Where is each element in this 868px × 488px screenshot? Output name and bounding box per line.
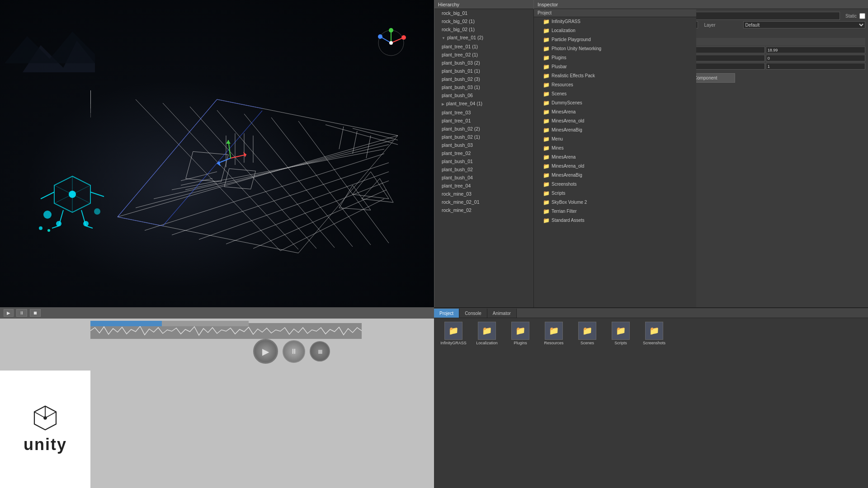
hierarchy-item[interactable]: rock_big_02 (1) bbox=[434, 17, 533, 25]
svg-point-71 bbox=[94, 208, 100, 215]
hierarchy-item[interactable]: plant_tree_01 (2) bbox=[434, 33, 533, 42]
file-icon: 📁 bbox=[444, 322, 462, 340]
folder-label: Scripts bbox=[552, 190, 566, 197]
hierarchy-item[interactable]: plant_bush_03 (1) bbox=[434, 83, 533, 91]
folder-icon: 📁 bbox=[543, 27, 550, 34]
hierarchy-item[interactable]: plant_bush_02 (3) bbox=[434, 75, 533, 83]
project-folder-item[interactable]: 📁Scenes bbox=[534, 89, 696, 99]
project-file-item[interactable]: 📁 Scripts bbox=[605, 322, 637, 345]
svg-line-41 bbox=[118, 217, 163, 226]
folder-icon: 📁 bbox=[543, 36, 550, 43]
timeline-bar[interactable] bbox=[90, 321, 249, 326]
project-folder-item[interactable]: 📁Terrian Filter bbox=[534, 207, 696, 216]
toolbar-stop-btn[interactable]: ⏹ bbox=[30, 309, 41, 317]
folder-icon: 📁 bbox=[543, 63, 550, 70]
folder-label: Mines bbox=[552, 145, 564, 152]
hierarchy-item[interactable]: rock_big_01 bbox=[434, 9, 533, 17]
play-button[interactable]: ▶ bbox=[253, 339, 278, 364]
scale-z-field[interactable] bbox=[766, 63, 865, 70]
svg-point-68 bbox=[56, 221, 61, 226]
svg-marker-38 bbox=[339, 185, 371, 210]
scene-viewport[interactable] bbox=[0, 0, 434, 307]
pause-button[interactable]: ⏸ bbox=[283, 340, 305, 363]
svg-line-14 bbox=[280, 199, 384, 251]
svg-marker-48 bbox=[226, 140, 231, 144]
project-folder-item[interactable]: 📁Photon Unity Networking bbox=[534, 44, 696, 53]
rotation-z-field[interactable] bbox=[766, 55, 865, 61]
stop-button[interactable]: ⏹ bbox=[310, 341, 330, 361]
project-file-item[interactable]: 📁 InfinityGRASS bbox=[438, 322, 469, 345]
hierarchy-item[interactable]: plant_tree_01 (1) bbox=[434, 42, 533, 51]
svg-line-39 bbox=[118, 99, 217, 217]
project-folder-item[interactable]: 📁Localization bbox=[534, 26, 696, 35]
project-folder-item[interactable]: 📁Screenshots bbox=[534, 180, 696, 189]
hierarchy-item[interactable]: plant_tree_01 bbox=[434, 117, 533, 125]
scene-gizmo[interactable] bbox=[373, 25, 409, 61]
unity-logo-text: unity bbox=[24, 435, 67, 454]
project-folders-list[interactable]: 📁InfinityGRASS📁Localization📁Particle Pla… bbox=[534, 17, 696, 306]
hierarchy-item[interactable]: plant_bush_03 (2) bbox=[434, 59, 533, 67]
project-folder-item[interactable]: 📁Resources bbox=[534, 80, 696, 89]
hierarchy-item[interactable]: plant_tree_02 bbox=[434, 149, 533, 157]
hierarchy-item[interactable]: rock_mine_02_01 bbox=[434, 198, 533, 206]
svg-point-73 bbox=[47, 229, 50, 232]
svg-line-78 bbox=[34, 412, 45, 418]
project-folder-item[interactable]: 📁MinesArena_old bbox=[534, 117, 696, 126]
svg-line-79 bbox=[45, 412, 56, 418]
project-folder-item[interactable]: 📁Standard Assets bbox=[534, 216, 696, 225]
project-folder-item[interactable]: 📁MinesArena_old bbox=[534, 162, 696, 171]
project-folder-item[interactable]: 📁Realistic Effects Pack bbox=[534, 71, 696, 80]
hierarchy-item[interactable]: plant_bush_03 bbox=[434, 141, 533, 149]
inspector-layer-select[interactable]: Default bbox=[743, 21, 866, 28]
project-file-item[interactable]: 📁 Plugins bbox=[505, 322, 536, 345]
hierarchy-item[interactable]: plant_bush_02 (2) bbox=[434, 125, 533, 133]
project-folder-item[interactable]: 📁Menu bbox=[534, 135, 696, 144]
tab-project[interactable]: Project bbox=[434, 309, 459, 318]
hierarchy-item[interactable]: rock_big_02 (1) bbox=[434, 25, 533, 33]
hierarchy-item[interactable]: plant_tree_04 bbox=[434, 182, 533, 190]
position-z-field[interactable] bbox=[766, 47, 865, 53]
project-file-item[interactable]: 📁 Screenshots bbox=[638, 322, 670, 345]
bottom-right-panel: Project Console Animator 📁 InfinityGRASS… bbox=[434, 307, 868, 488]
hierarchy-item[interactable]: plant_bush_06 bbox=[434, 91, 533, 99]
project-folder-item[interactable]: 📁MinesArena bbox=[534, 153, 696, 162]
project-file-item[interactable]: 📁 Scenes bbox=[571, 322, 603, 345]
tab-animator[interactable]: Animator bbox=[487, 309, 517, 318]
file-icon: 📁 bbox=[478, 322, 496, 340]
project-file-item[interactable]: 📁 Localization bbox=[471, 322, 503, 345]
svg-line-21 bbox=[298, 121, 389, 243]
project-folder-item[interactable]: 📁DummyScenes bbox=[534, 99, 696, 108]
project-folder-item[interactable]: 📁MinesArenaBig bbox=[534, 171, 696, 180]
project-file-item[interactable]: 📁 Resources bbox=[538, 322, 570, 345]
project-folder-item[interactable]: 📁MinesArena bbox=[534, 108, 696, 117]
folder-label: Realistic Effects Pack bbox=[552, 72, 595, 80]
folder-label: Standard Assets bbox=[552, 217, 585, 224]
file-name: Screenshots bbox=[643, 341, 665, 345]
hierarchy-item[interactable]: rock_mine_02 bbox=[434, 206, 533, 214]
hierarchy-item[interactable]: plant_bush_02 bbox=[434, 165, 533, 174]
project-folder-item[interactable]: 📁Plugins bbox=[534, 53, 696, 62]
svg-marker-44 bbox=[243, 152, 246, 157]
hierarchy-item[interactable]: plant_bush_04 bbox=[434, 174, 533, 182]
hierarchy-item[interactable]: rock_mine_03 bbox=[434, 190, 533, 198]
tab-console[interactable]: Console bbox=[459, 309, 487, 318]
project-folder-item[interactable]: 📁Particle Playground bbox=[534, 35, 696, 44]
toolbar-play-btn[interactable]: ▶ bbox=[4, 309, 14, 317]
hierarchy-item[interactable]: plant_bush_01 (1) bbox=[434, 67, 533, 75]
hierarchy-list[interactable]: rock_big_01rock_big_02 (1)rock_big_02 (1… bbox=[434, 9, 533, 307]
project-folder-item[interactable]: 📁InfinityGRASS bbox=[534, 17, 696, 26]
project-folder-item[interactable]: 📁Scripts bbox=[534, 189, 696, 198]
project-folder-item[interactable]: 📁Plusbar bbox=[534, 62, 696, 71]
folder-icon: 📁 bbox=[543, 199, 550, 206]
svg-line-12 bbox=[226, 181, 389, 244]
hierarchy-item[interactable]: plant_bush_01 bbox=[434, 157, 533, 165]
hierarchy-item[interactable]: plant_bush_02 (1) bbox=[434, 133, 533, 141]
toolbar-pause-btn[interactable]: ⏸ bbox=[16, 309, 27, 317]
hierarchy-item[interactable]: plant_tree_03 bbox=[434, 108, 533, 117]
hierarchy-item[interactable]: plant_tree_04 (1) bbox=[434, 99, 533, 108]
project-folder-item[interactable]: 📁MinesArenaBig bbox=[534, 126, 696, 135]
project-folder-item[interactable]: 📁Mines bbox=[534, 144, 696, 153]
project-folder-item[interactable]: 📁SkyBox Volume 2 bbox=[534, 198, 696, 207]
inspector-static-checkbox[interactable] bbox=[859, 13, 865, 19]
hierarchy-item[interactable]: plant_tree_02 (1) bbox=[434, 51, 533, 59]
